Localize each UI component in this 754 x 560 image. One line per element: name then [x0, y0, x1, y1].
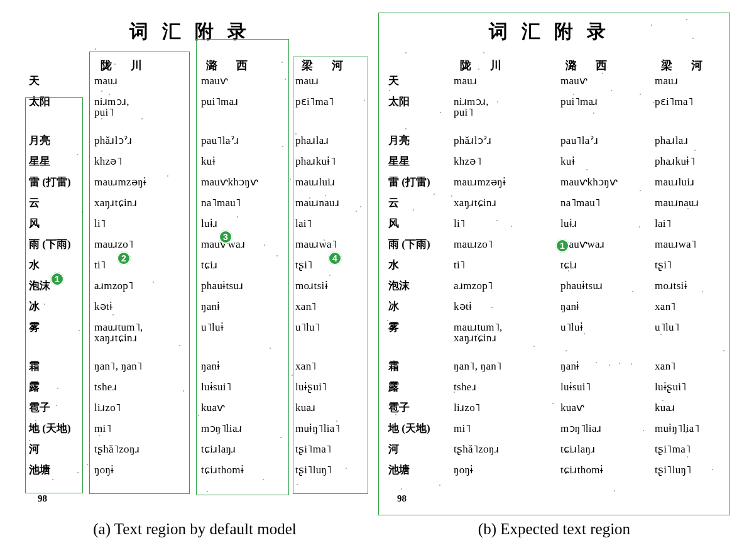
ipa-cell-long: liɹzo˥ — [454, 402, 550, 413]
word-cell: 泡沫 — [388, 280, 449, 291]
table-row: 雷 (打雷)mauɹmzəŋɨmauⱱkhɔŋⱱmauɹluiɹ — [378, 177, 730, 197]
table-row: 天mauɹmauⱱmauɹ — [378, 75, 730, 96]
ipa-cell-long: mi˥ — [94, 423, 191, 434]
col-header-lianghe: 梁 河 — [302, 58, 347, 73]
table-row: 月亮phăɹlɔˀɹpau˥laˀɹphaɹlaɹ — [378, 135, 730, 156]
ipa-cell-liang: phaɹkuɨ˥ — [655, 156, 730, 167]
table-row: 冰kətɨŋanɨxan˥ — [19, 301, 371, 322]
scan-speck — [95, 48, 96, 50]
col-header-lianghe: 梁 河 — [661, 58, 706, 73]
table-row: 太阳niɹmɔɹ, pui˥pui˥maɹpɛi˥ma˥ — [19, 96, 371, 135]
ipa-cell-luxi: luɨɹ — [201, 218, 289, 229]
ipa-cell-luxi: tɕiɹ — [560, 260, 648, 270]
table-row: 地 (天地)mi˥mɔŋ˥liaɹmuɨŋ˥lia˥ — [378, 423, 730, 444]
table-row: 太阳niɹmɔɹ, pui˥pui˥maɹpɛi˥ma˥ — [378, 96, 730, 135]
ipa-cell-luxi: mɔŋ˥liaɹ — [560, 423, 648, 434]
ipa-cell-liang: xan˥ — [655, 361, 730, 371]
table-row: 雾mauɹtum˥, xaŋɹtɕinɹu˥luɨu˥lu˥ — [19, 322, 371, 361]
scan-speck — [614, 490, 615, 491]
ipa-cell-liang: luɨʂui˥ — [655, 382, 730, 392]
table-row: 泡沫aɹmzop˥phauɨtsuɹmoɹtsiɨ — [378, 280, 730, 301]
col-header-luxi: 潞 西 — [206, 58, 251, 73]
ipa-cell-luxi: luɨsui˥ — [201, 382, 289, 392]
ipa-cell-long: ŋan˥, ŋan˥ — [454, 361, 550, 371]
table-row: 星星khzə˥kuɨphaɹkuɨ˥ — [378, 156, 730, 177]
ipa-cell-liang: tʂi˥luŋ˥ — [295, 464, 371, 475]
table-row: 冰kətɨŋanɨxan˥ — [378, 301, 730, 322]
ipa-cell-liang: xan˥ — [655, 301, 730, 312]
table-row: 河tʂhă˥zoŋɹtɕiɹlaŋɹtʂi˥ma˥ — [378, 444, 730, 464]
ipa-cell-liang: mauɹnauɹ — [655, 197, 730, 208]
ipa-cell-long: ŋoŋɨ — [94, 464, 191, 475]
word-cell: 雹子 — [388, 402, 449, 413]
ipa-cell-liang: luɨʂui˥ — [295, 382, 371, 392]
word-cell: 露 — [29, 382, 89, 392]
ipa-cell-liang: mauɹwa˥ — [655, 239, 730, 250]
ipa-cell-long: mauɹtum˥, xaŋɹtɕinɹ — [94, 322, 191, 343]
ipa-cell-long: tʂhă˥zoŋɹ — [454, 444, 550, 454]
panel-a-default-model: 词汇附录 陇 川 潞 西 梁 河 天mauɹmauⱱmauɹ太阳niɹmɔɹ, … — [19, 13, 371, 515]
ipa-cell-long: mi˥ — [454, 423, 550, 434]
word-cell: 冰 — [29, 301, 89, 312]
caption-a: (a) Text region by default model — [19, 520, 371, 538]
word-cell: 天 — [29, 75, 89, 86]
word-cell: 雹子 — [29, 402, 89, 413]
ipa-cell-long: mauɹ — [94, 75, 191, 86]
ipa-cell-luxi: phauɨtsuɹ — [201, 280, 289, 291]
ipa-cell-luxi: kuaⱱ — [560, 402, 648, 413]
table-row: 水ti˥tɕiɹtʂi˥ — [19, 260, 371, 280]
ipa-cell-long: phăɹlɔˀɹ — [94, 135, 191, 146]
table-row: 池塘ŋoŋɨtɕiɹthomɨtʂi˥luŋ˥ — [19, 464, 371, 485]
word-cell: 星星 — [388, 156, 449, 167]
word-cell: 河 — [29, 444, 89, 454]
ipa-cell-liang: muɨŋ˥lia˥ — [655, 423, 730, 434]
ipa-cell-luxi: na˥mau˥ — [201, 197, 289, 208]
scan-speck — [401, 488, 402, 490]
ipa-cell-luxi: mauⱱkhɔŋⱱ — [560, 177, 648, 187]
table-row: 雨 (下雨)mauɹzo˥mauⱱwaɹmauɹwa˥ — [378, 239, 730, 260]
col-header-longchuan: 陇 川 — [101, 58, 146, 73]
ipa-cell-long: li˥ — [94, 218, 191, 229]
marker-1-icon: 1 — [50, 272, 64, 286]
table-row: 雷 (打雷)mauɹmzəŋɨmauⱱkhɔŋⱱmauɹluiɹ — [19, 177, 371, 197]
table-row: 露tsheɹluɨsui˥luɨʂui˥ — [19, 382, 371, 402]
marker-1-icon: 1 — [555, 239, 569, 253]
ipa-cell-liang: mauɹnauɹ — [295, 197, 371, 208]
ipa-cell-long: tʂhă˥zoŋɹ — [94, 444, 191, 454]
table-row: 云xaŋɹtɕinɹna˥mau˥mauɹnauɹ — [378, 197, 730, 218]
page-title: 词汇附录 — [19, 19, 371, 45]
page-number: 98 — [397, 493, 407, 504]
ipa-cell-luxi: mauⱱkhɔŋⱱ — [201, 177, 289, 187]
ipa-cell-luxi: luɨɹ — [560, 218, 648, 229]
word-cell: 雾 — [29, 322, 89, 332]
ipa-cell-liang: tʂi˥ma˥ — [295, 444, 371, 454]
ipa-cell-liang: mauɹwa˥ — [295, 239, 371, 250]
ipa-cell-long: tsheɹ — [94, 382, 191, 392]
ipa-cell-liang: tʂi˥luŋ˥ — [655, 464, 730, 475]
page-number: 98 — [38, 493, 47, 504]
marker-4-icon: 4 — [328, 251, 342, 265]
word-cell: 河 — [388, 444, 449, 454]
ipa-cell-long: xaŋɹtɕinɹ — [94, 197, 191, 208]
ipa-cell-long: kətɨ — [454, 301, 550, 312]
figure-pair: 词汇附录 陇 川 潞 西 梁 河 天mauɹmauⱱmauɹ太阳niɹmɔɹ, … — [0, 0, 754, 515]
ipa-cell-long: phăɹlɔˀɹ — [454, 135, 550, 146]
table-row: 露tsheɹluɨsui˥luɨʂui˥ — [378, 382, 730, 402]
ipa-cell-long: khzə˥ — [94, 156, 191, 167]
ipa-cell-long: ti˥ — [454, 260, 550, 270]
ipa-cell-luxi: mauⱱwaɹ — [560, 239, 648, 250]
ipa-cell-luxi: mauⱱ — [201, 75, 289, 86]
ipa-cell-long: ŋoŋɨ — [454, 464, 550, 475]
ipa-cell-liang: u˥lu˥ — [295, 322, 371, 332]
ipa-cell-long: niɹmɔɹ, pui˥ — [94, 96, 191, 118]
word-cell: 天 — [388, 75, 449, 86]
ipa-cell-luxi: ŋanɨ — [201, 301, 289, 312]
column-headers: 陇 川 潞 西 梁 河 — [19, 58, 371, 74]
ipa-cell-liang: mauɹ — [295, 75, 371, 86]
ipa-cell-luxi: mauⱱ — [560, 75, 648, 86]
scan-speck — [483, 52, 484, 53]
table-rows: 天mauɹmauⱱmauɹ太阳niɹmɔɹ, pui˥pui˥maɹpɛi˥ma… — [378, 75, 730, 478]
ipa-cell-luxi: tɕiɹlaŋɹ — [201, 444, 289, 454]
ipa-cell-liang: moɹtsiɨ — [655, 280, 730, 291]
ipa-cell-luxi: u˥luɨ — [560, 322, 648, 332]
